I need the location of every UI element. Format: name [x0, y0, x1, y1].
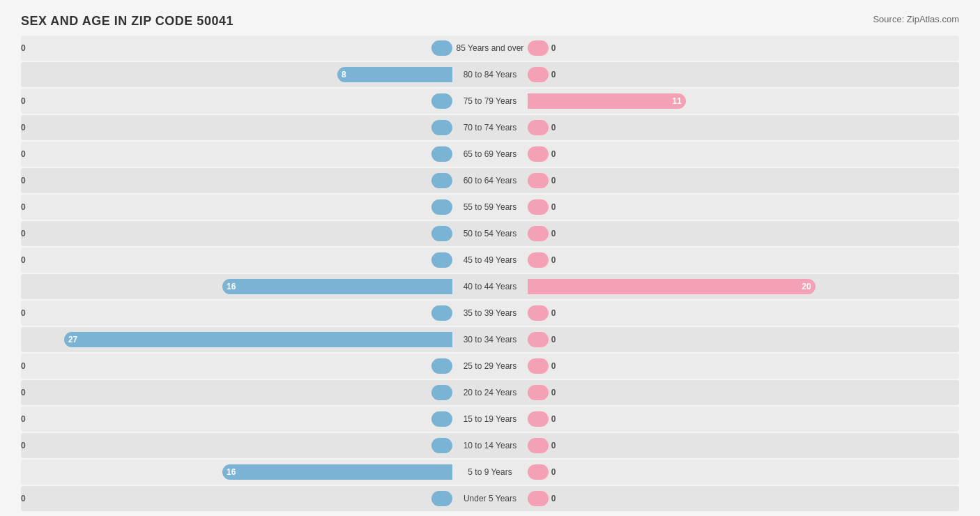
male-value: 0	[21, 96, 26, 106]
bar-female: 20	[528, 279, 816, 294]
bar-male: 16	[222, 464, 452, 480]
bar-female-zero	[528, 385, 549, 400]
female-value: 0	[551, 43, 556, 53]
bar-row: 065 to 69 Years0	[21, 142, 959, 167]
female-value: 0	[551, 441, 556, 450]
bar-female-zero	[528, 491, 549, 506]
male-value: 0	[21, 361, 26, 371]
chart-source: Source: ZipAtlas.com	[873, 14, 959, 24]
bar-female-zero	[528, 67, 549, 82]
bar-row: 020 to 24 Years0	[21, 380, 959, 405]
bar-female-zero	[528, 40, 549, 56]
bar-male-zero	[431, 358, 452, 374]
bar-row: 015 to 19 Years0	[21, 407, 959, 432]
bar-row: 045 to 49 Years0	[21, 248, 959, 273]
female-value: 20	[802, 282, 815, 291]
age-label: 40 to 44 Years	[452, 282, 528, 291]
female-value: 11	[672, 96, 685, 106]
female-value: 0	[551, 149, 556, 159]
bar-male-zero	[431, 120, 452, 135]
age-label: 85 Years and over	[452, 43, 528, 53]
female-value: 0	[551, 361, 556, 371]
bar-female-zero	[528, 411, 549, 427]
bar-male-zero	[431, 491, 452, 506]
bar-male-zero	[431, 411, 452, 427]
age-label: 35 to 39 Years	[452, 308, 528, 318]
female-value: 0	[551, 229, 556, 238]
male-value: 0	[21, 441, 26, 450]
age-label: 25 to 29 Years	[452, 361, 528, 371]
bar-male: 8	[337, 67, 452, 82]
female-value: 0	[551, 494, 556, 503]
male-value: 0	[21, 229, 26, 238]
chart-container: SEX AND AGE IN ZIP CODE 50041 Source: Zi…	[21, 14, 959, 516]
female-value: 0	[551, 335, 556, 344]
bar-row: 025 to 29 Years0	[21, 354, 959, 379]
male-value: 0	[21, 176, 26, 185]
male-value: 16	[222, 467, 236, 477]
age-label: 80 to 84 Years	[452, 70, 528, 79]
female-value: 0	[551, 414, 556, 424]
age-label: 15 to 19 Years	[452, 414, 528, 424]
male-value: 0	[21, 149, 26, 159]
bar-male-zero	[431, 226, 452, 241]
bar-row: 070 to 74 Years0	[21, 115, 959, 140]
bar-female: 11	[528, 93, 686, 109]
bar-row: 050 to 54 Years0	[21, 221, 959, 246]
bar-female-zero	[528, 146, 549, 162]
age-label: 55 to 59 Years	[452, 202, 528, 212]
bar-row: 165 to 9 Years0	[21, 460, 959, 485]
chart-title: SEX AND AGE IN ZIP CODE 50041	[21, 14, 233, 29]
female-value: 0	[551, 176, 556, 185]
bar-female-zero	[528, 438, 549, 453]
age-label: 65 to 69 Years	[452, 149, 528, 159]
bar-female-zero	[528, 199, 549, 215]
age-label: 20 to 24 Years	[452, 388, 528, 397]
bar-row: 010 to 14 Years0	[21, 433, 959, 458]
bar-row: 085 Years and over0	[21, 36, 959, 61]
age-label: 70 to 74 Years	[452, 123, 528, 132]
bar-male-zero	[431, 438, 452, 453]
bar-female-zero	[528, 226, 549, 241]
age-label: Under 5 Years	[452, 494, 528, 503]
male-value: 16	[222, 282, 236, 291]
bar-female-zero	[528, 173, 549, 188]
male-value: 0	[21, 308, 26, 318]
female-value: 0	[551, 255, 556, 265]
female-value: 0	[551, 388, 556, 397]
male-value: 0	[21, 123, 26, 132]
bar-row: 0Under 5 Years0	[21, 486, 959, 511]
male-value: 0	[21, 255, 26, 265]
female-value: 0	[551, 467, 556, 477]
female-value: 0	[551, 202, 556, 212]
female-value: 0	[551, 308, 556, 318]
age-label: 30 to 34 Years	[452, 335, 528, 344]
age-label: 50 to 54 Years	[452, 229, 528, 238]
bar-row: 060 to 64 Years0	[21, 168, 959, 193]
bar-row: 880 to 84 Years0	[21, 62, 959, 87]
bar-row: 1640 to 44 Years20	[21, 274, 959, 299]
bar-male-zero	[431, 252, 452, 268]
age-label: 60 to 64 Years	[452, 176, 528, 185]
age-label: 75 to 79 Years	[452, 96, 528, 106]
age-label: 5 to 9 Years	[452, 467, 528, 477]
bar-row: 2730 to 34 Years0	[21, 327, 959, 352]
bar-female-zero	[528, 332, 549, 347]
bar-row: 075 to 79 Years11	[21, 89, 959, 114]
male-value: 0	[21, 43, 26, 53]
chart-body: 085 Years and over0880 to 84 Years0075 t…	[21, 36, 959, 511]
bar-male: 27	[64, 332, 452, 347]
bar-male-zero	[431, 385, 452, 400]
bar-male-zero	[431, 173, 452, 188]
bar-female-zero	[528, 358, 549, 374]
chart-header: SEX AND AGE IN ZIP CODE 50041 Source: Zi…	[21, 14, 959, 29]
age-label: 10 to 14 Years	[452, 441, 528, 450]
bar-female-zero	[528, 252, 549, 268]
bar-male: 16	[222, 279, 452, 294]
male-value: 0	[21, 414, 26, 424]
bar-female-zero	[528, 120, 549, 135]
bar-female-zero	[528, 305, 549, 321]
male-value: 0	[21, 494, 26, 503]
female-value: 0	[551, 123, 556, 132]
bar-male-zero	[431, 199, 452, 215]
